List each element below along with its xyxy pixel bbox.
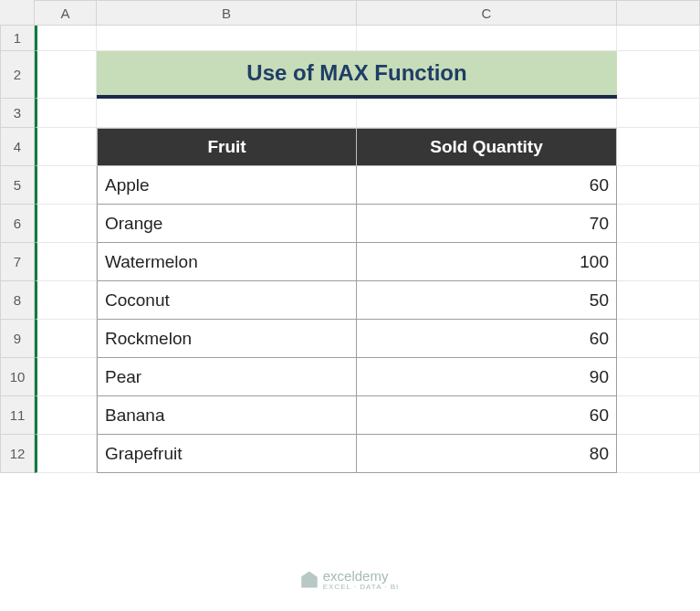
table-cell-fruit[interactable]: Grapefruit [97, 435, 357, 473]
table-header-fruit[interactable]: Fruit [97, 128, 357, 166]
cell[interactable] [617, 205, 700, 243]
col-header-extra[interactable] [617, 0, 700, 26]
cell[interactable] [617, 358, 700, 396]
cell[interactable] [617, 281, 700, 320]
cell[interactable] [35, 243, 97, 281]
row-header-6[interactable]: 6 [0, 205, 35, 243]
cell[interactable] [357, 99, 617, 128]
row-header-7[interactable]: 7 [0, 243, 35, 281]
table-cell-qty[interactable]: 50 [357, 281, 617, 320]
cell[interactable] [617, 396, 700, 435]
cell[interactable] [35, 205, 97, 243]
table-cell-qty[interactable]: 60 [357, 166, 617, 205]
cell[interactable] [617, 128, 700, 166]
row-header-4[interactable]: 4 [0, 128, 35, 166]
row-header-1[interactable]: 1 [0, 26, 35, 51]
cell[interactable] [617, 243, 700, 281]
cell[interactable] [35, 128, 97, 166]
table-cell-fruit[interactable]: Pear [97, 358, 357, 396]
cell[interactable] [617, 435, 700, 473]
watermark-text: exceldemy EXCEL · DATA · BI [323, 568, 400, 591]
table-cell-qty[interactable]: 60 [357, 396, 617, 435]
table-cell-qty[interactable]: 90 [357, 358, 617, 396]
table-cell-fruit[interactable]: Banana [97, 396, 357, 435]
col-header-c[interactable]: C [357, 0, 617, 26]
cell[interactable] [617, 99, 700, 128]
row-header-3[interactable]: 3 [0, 99, 35, 128]
row-header-10[interactable]: 10 [0, 358, 35, 396]
row-header-5[interactable]: 5 [0, 166, 35, 205]
cell[interactable] [357, 26, 617, 51]
cell[interactable] [617, 320, 700, 358]
table-cell-qty[interactable]: 70 [357, 205, 617, 243]
row-header-11[interactable]: 11 [0, 396, 35, 435]
watermark-tagline: EXCEL · DATA · BI [323, 584, 400, 591]
col-header-a[interactable]: A [35, 0, 97, 26]
row-header-2[interactable]: 2 [0, 51, 35, 99]
cell[interactable] [35, 51, 97, 99]
row-header-12[interactable]: 12 [0, 435, 35, 473]
table-cell-fruit[interactable]: Rockmelon [97, 320, 357, 358]
table-cell-qty[interactable]: 100 [357, 243, 617, 281]
spreadsheet-grid: A B C 1 2 Use of MAX Function 3 4 Fruit … [0, 0, 700, 473]
table-cell-fruit[interactable]: Watermelon [97, 243, 357, 281]
row-header-8[interactable]: 8 [0, 281, 35, 320]
col-header-b[interactable]: B [97, 0, 357, 26]
cell[interactable] [617, 166, 700, 205]
table-cell-fruit[interactable]: Coconut [97, 281, 357, 320]
cell[interactable] [35, 99, 97, 128]
table-header-qty[interactable]: Sold Quantity [357, 128, 617, 166]
cell[interactable] [97, 26, 357, 51]
row-header-9[interactable]: 9 [0, 320, 35, 358]
table-cell-qty[interactable]: 80 [357, 435, 617, 473]
table-cell-fruit[interactable]: Apple [97, 166, 357, 205]
cell[interactable] [35, 26, 97, 51]
cell[interactable] [617, 51, 700, 99]
cell[interactable] [35, 435, 97, 473]
table-cell-fruit[interactable]: Orange [97, 205, 357, 243]
cell[interactable] [35, 320, 97, 358]
table-cell-qty[interactable]: 60 [357, 320, 617, 358]
page-title: Use of MAX Function [97, 51, 617, 99]
cell[interactable] [35, 281, 97, 320]
cell[interactable] [35, 358, 97, 396]
cell[interactable] [97, 99, 357, 128]
cell[interactable] [35, 166, 97, 205]
cell[interactable] [35, 396, 97, 435]
cube-icon [301, 572, 318, 588]
corner-cell[interactable] [0, 0, 35, 26]
cell[interactable] [617, 26, 700, 51]
watermark-brand: exceldemy [323, 568, 389, 584]
watermark: exceldemy EXCEL · DATA · BI [301, 568, 400, 591]
